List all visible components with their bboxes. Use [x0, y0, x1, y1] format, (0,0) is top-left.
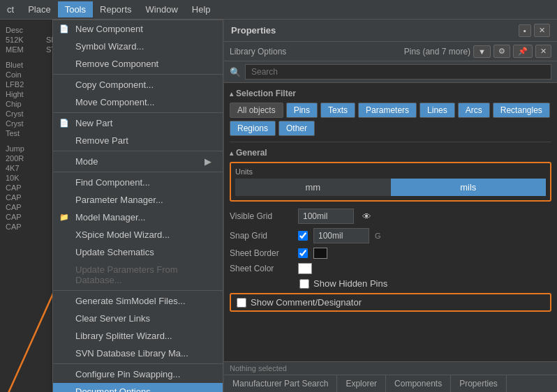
status-text: Nothing selected [230, 364, 287, 372]
general-section: General Units mm mils Visible Grid 👁 [230, 148, 551, 312]
arrow-icon: ▶ [205, 156, 211, 167]
close-panel-button[interactable]: ✕ [534, 24, 550, 37]
sheet-border-label: Sheet Border [230, 248, 292, 258]
settings-button[interactable]: ⚙ [493, 45, 510, 58]
filter-buttons: All objects Pins Texts Parameters Lines … [230, 103, 551, 136]
search-bar: 🔍 [224, 61, 557, 83]
visible-grid-row: Visible Grid 👁 [230, 209, 551, 224]
separator-5 [53, 290, 223, 291]
filter-parameters[interactable]: Parameters [358, 103, 417, 118]
menu-item-update-params: Update Parameters From Database... [53, 261, 223, 289]
sheet-border-checkbox[interactable] [298, 248, 308, 258]
filter-pins[interactable]: Pins [286, 103, 318, 118]
unit-mm-button[interactable]: mm [235, 179, 391, 196]
show-hidden-pins-label: Show Hidden Pins [313, 278, 387, 289]
menu-reports[interactable]: Reports [93, 1, 139, 17]
bottom-tabs: Manufacturer Part Search Explorer Compon… [224, 375, 557, 392]
general-header: General [230, 148, 551, 158]
right-panel: Properties ▪ ✕ Library Options Pins (and… [223, 20, 557, 392]
search-input[interactable] [245, 64, 551, 80]
show-comment-label: Show Comment/Designator [251, 297, 362, 308]
snap-grid-row: Snap Grid G [230, 228, 551, 243]
pin-dot-button[interactable]: ▪ [519, 24, 531, 37]
filter-regions[interactable]: Regions [230, 121, 276, 136]
filter-texts[interactable]: Texts [320, 103, 355, 118]
tab-explorer[interactable]: Explorer [337, 375, 386, 392]
library-options-label: Library Options [230, 47, 286, 56]
model-manager-icon: 📁 [59, 212, 70, 223]
filter-rectangles[interactable]: Rectangles [493, 103, 550, 118]
separator-1 [53, 74, 223, 75]
pins-label: Pins (and 7 more) [404, 47, 470, 56]
unit-mils-button[interactable]: mils [391, 179, 547, 196]
snap-grid-checkbox[interactable] [298, 231, 308, 241]
sheet-color-swatch[interactable] [298, 263, 312, 274]
menu-item-clear-server[interactable]: Clear Server Links [53, 310, 223, 327]
snap-grid-label: Snap Grid [230, 231, 292, 241]
menu-item-move-component[interactable]: Move Component... [53, 93, 223, 111]
separator-6 [53, 363, 223, 364]
separator-2 [53, 112, 223, 113]
filter-arcs[interactable]: Arcs [458, 103, 490, 118]
filter-lines[interactable]: Lines [419, 103, 455, 118]
status-bar: Nothing selected [224, 361, 557, 375]
tab-properties[interactable]: Properties [451, 375, 507, 392]
units-group: Units mm mils [230, 162, 551, 202]
snap-grid-shortcut: G [375, 232, 381, 240]
show-hidden-pins-row: Show Hidden Pins [230, 278, 551, 289]
visible-grid-label: Visible Grid [230, 211, 292, 221]
menu-window[interactable]: Window [139, 1, 185, 17]
pin-icon-button[interactable]: 📌 [513, 45, 533, 58]
filter-all-objects[interactable]: All objects [230, 103, 283, 118]
menu-item-generate-simmodel[interactable]: Generate SimModel Files... [53, 292, 223, 310]
properties-title: Properties [231, 25, 276, 36]
filter-button[interactable]: ▼ [473, 45, 491, 58]
selection-filter-header: Selection Filter [230, 89, 551, 98]
menu-item-copy-component[interactable]: Copy Component... [53, 76, 223, 93]
menu-place[interactable]: Place [21, 1, 58, 17]
properties-toolbar: Library Options Pins (and 7 more) ▼ ⚙ 📌 … [224, 42, 557, 61]
menu-item-svn-database[interactable]: SVN Database Library Ma... [53, 345, 223, 362]
menu-item-model-manager[interactable]: 📁 Model Manager... [53, 209, 223, 226]
visible-grid-input[interactable] [298, 209, 354, 224]
tab-components[interactable]: Components [386, 375, 451, 392]
menu-item-parameter-manager[interactable]: Parameter Manager... [53, 191, 223, 209]
properties-header: Properties ▪ ✕ [224, 20, 557, 42]
search-icon: 🔍 [230, 67, 241, 77]
menu-item-new-component[interactable]: 📄 New Component [53, 20, 223, 38]
menu-item-update-schematics[interactable]: Update Schematics [53, 243, 223, 261]
visible-grid-toggle[interactable]: 👁 [359, 211, 374, 222]
menu-item-xspice-wizard[interactable]: XSpice Model Wizard... [53, 226, 223, 243]
close-button[interactable]: ✕ [535, 45, 551, 58]
separator-3 [53, 151, 223, 151]
menu-item-remove-component[interactable]: Remove Component [53, 55, 223, 73]
menu-tools[interactable]: Tools [58, 1, 93, 17]
menu-ct[interactable]: ct [0, 1, 21, 17]
menu-item-symbol-wizard[interactable]: Symbol Wizard... [53, 38, 223, 55]
menubar: ct Place Tools Reports Window Help [0, 0, 557, 20]
toolbar-right: Pins (and 7 more) ▼ ⚙ 📌 ✕ [404, 45, 551, 58]
new-component-icon: 📄 [59, 24, 70, 35]
new-part-icon: 📄 [59, 118, 70, 129]
menu-help[interactable]: Help [185, 1, 218, 17]
filter-other[interactable]: Other [278, 121, 315, 136]
menu-item-document-options[interactable]: Document Options... [53, 383, 223, 392]
menu-item-library-splitter[interactable]: Library Splitter Wizard... [53, 327, 223, 345]
sheet-color-row: Sheet Color [230, 263, 551, 274]
menu-item-remove-part[interactable]: Remove Part [53, 132, 223, 149]
dropdown-menu-container: 📄 New Component Symbol Wizard... Remove … [52, 20, 223, 392]
menu-item-mode[interactable]: Mode ▶ [53, 153, 223, 170]
menu-item-new-part[interactable]: 📄 New Part [53, 114, 223, 132]
sheet-border-row: Sheet Border [230, 248, 551, 259]
separator-4 [53, 172, 223, 172]
sheet-border-color[interactable] [313, 248, 327, 259]
left-panel: Desc 512K SMD MEM STM3 Bluet Coin LFB2 [0, 20, 223, 392]
tab-manufacturer-part-search[interactable]: Manufacturer Part Search [224, 375, 337, 392]
menu-item-find-component[interactable]: Find Component... [53, 174, 223, 191]
show-comment-checkbox[interactable] [237, 298, 246, 308]
menu-item-configure-pin[interactable]: Configure Pin Swapping... [53, 365, 223, 383]
properties-content: Selection Filter All objects Pins Texts … [224, 83, 557, 361]
snap-grid-input[interactable] [313, 228, 369, 243]
show-hidden-pins-checkbox[interactable] [299, 279, 309, 289]
units-buttons: mm mils [235, 179, 546, 196]
